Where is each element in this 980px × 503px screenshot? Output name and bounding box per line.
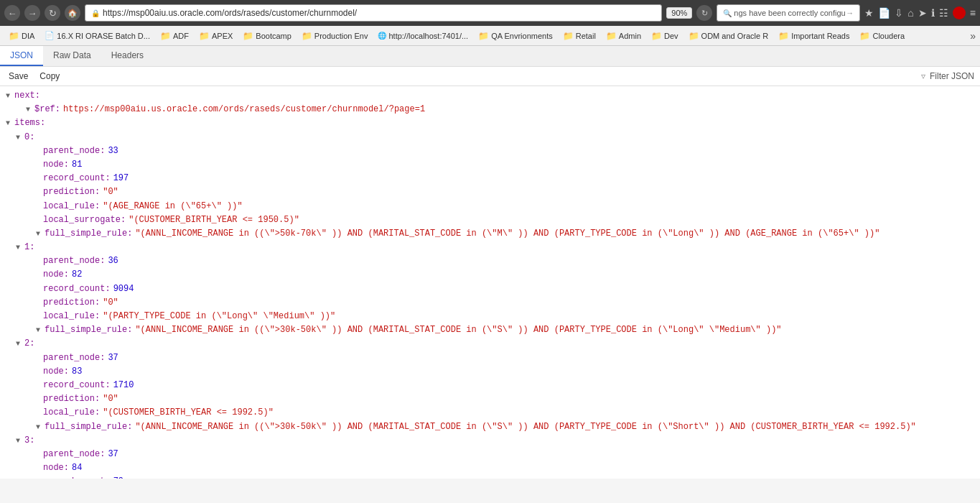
folder-icon-adf: 📁 <box>160 31 171 41</box>
item1-fullrule-val: "(ANNL_INCOME_RANGE in ((\">30k-50k\" ))… <box>135 323 781 337</box>
ref-line: ▼ $ref: https://msp00aiu.us.oracle.com/o… <box>6 103 974 116</box>
toggle-item2[interactable]: ▼ <box>16 341 23 348</box>
bookmark-reads[interactable]: 📁 Important Reads <box>774 29 854 42</box>
bookmark-cloudera[interactable]: 📁 Cloudera <box>855 29 909 42</box>
item-1-line: ▼ 1: <box>6 241 974 254</box>
back-button[interactable]: ← <box>4 5 20 21</box>
home-icon[interactable]: ⌂ <box>907 7 913 19</box>
folder-icon: 📁 <box>9 31 19 41</box>
item2-fullrule: ▼ full_simple_rule: "(ANNL_INCOME_RANGE … <box>6 420 974 434</box>
toggle-items[interactable]: ▼ <box>6 120 13 127</box>
item1-node-val: 82 <box>72 268 82 282</box>
ref-value: https://msp00aiu.us.oracle.com/ords/rase… <box>63 103 425 116</box>
next-line: ▼ next: <box>6 89 974 103</box>
bookmark-bootcamp[interactable]: 📁 Bootcamp <box>238 29 296 42</box>
toggle-item3[interactable]: ▼ <box>16 438 23 445</box>
bookmark-dia[interactable]: 📁 DIA <box>4 29 39 42</box>
folder-icon-reads: 📁 <box>778 31 789 41</box>
bookmark-odm[interactable]: 📁 ODM and Oracle R <box>684 29 773 42</box>
info-icon[interactable]: ℹ <box>931 7 935 19</box>
bookmark-admin[interactable]: 📁 Admin <box>602 29 645 42</box>
item1-prediction-val: "0" <box>103 296 118 310</box>
item0-localrule: local_rule: "(AGE_RANGE in (\"65+\" ))" <box>6 200 974 213</box>
bookmark-apex[interactable]: 📁 APEX <box>195 29 237 42</box>
item0-node-val: 81 <box>72 158 82 172</box>
item3-recordcount-val: 79 <box>113 475 123 479</box>
star-icon[interactable]: ★ <box>864 7 874 19</box>
folder-icon-boot: 📁 <box>243 31 253 41</box>
item1-fullrule: ▼ full_simple_rule: "(ANNL_INCOME_RANGE … <box>6 323 974 337</box>
item2-localrule-val: "(CUSTOMER_BIRTH_YEAR <= 1992.5)" <box>103 406 274 420</box>
item2-prediction-val: "0" <box>103 392 118 406</box>
grid-icon[interactable]: ☷ <box>939 7 948 19</box>
item0-recordcount: record_count: 197 <box>6 172 974 185</box>
item2-node: node: 83 <box>6 365 974 379</box>
home-button[interactable]: 🏠 <box>65 5 80 21</box>
toggle-next[interactable]: ▼ <box>6 93 13 100</box>
item1-localrule: local_rule: "(PARTY_TYPE_CODE in (\"Long… <box>6 310 974 323</box>
bookmarks-bar: 📁 DIA 📄 16.X RI ORASE Batch D... 📁 ADF 📁… <box>0 26 980 46</box>
search-bar[interactable]: 🔍 → <box>717 4 860 22</box>
toggle-item0[interactable]: ▼ <box>16 134 23 142</box>
folder-icon-apex: 📁 <box>199 31 210 41</box>
bookmark-qa[interactable]: 📁 QA Envrionments <box>474 29 557 42</box>
bookmark-retail[interactable]: 📁 Retail <box>559 29 600 42</box>
tab-rawdata[interactable]: Raw Data <box>43 46 101 66</box>
items-line: ▼ items: <box>6 116 974 130</box>
json-content[interactable]: ▼ next: ▼ $ref: https://msp00aiu.us.orac… <box>0 86 980 479</box>
item2-localrule: local_rule: "(CUSTOMER_BIRTH_YEAR <= 199… <box>6 406 974 420</box>
item3-node: node: 84 <box>6 461 974 475</box>
item0-localrule-val: "(AGE_RANGE in (\"65+\" ))" <box>103 200 242 213</box>
toggle-item0-fullrule[interactable]: ▼ <box>36 231 43 238</box>
folder-icon-prod: 📁 <box>302 31 312 41</box>
toggle-item2-fullrule[interactable]: ▼ <box>36 424 43 431</box>
filter-label: Filter JSON <box>930 71 974 81</box>
search-input[interactable] <box>734 9 846 17</box>
filter-area: ▿ Filter JSON <box>921 71 974 81</box>
address-bar[interactable]: 🔒 <box>85 4 662 22</box>
download-icon[interactable]: ⇩ <box>895 7 903 19</box>
forward-button[interactable]: → <box>24 5 40 21</box>
bookmark-orase[interactable]: 📄 16.X RI ORASE Batch D... <box>40 29 154 42</box>
reading-icon[interactable]: 📄 <box>878 7 890 19</box>
bookmark-prod[interactable]: 📁 Production Env <box>297 29 373 42</box>
item0-node: node: 81 <box>6 158 974 172</box>
folder-icon-cloudera: 📁 <box>859 31 870 41</box>
reload-button[interactable]: ↻ <box>45 5 60 21</box>
item1-localrule-val: "(PARTY_TYPE_CODE in (\"Long\" \"Medium\… <box>103 310 335 323</box>
item0-surrogate-val: "(CUSTOMER_BIRTH_YEAR <= 1950.5)" <box>129 213 299 227</box>
item0-fullrule: ▼ full_simple_rule: "(ANNL_INCOME_RANGE … <box>6 227 974 241</box>
reload-btn2[interactable]: ↻ <box>696 5 712 21</box>
menu-icon[interactable]: ≡ <box>970 7 976 19</box>
save-button[interactable]: Save <box>6 70 31 83</box>
address-input[interactable] <box>103 8 655 18</box>
web-icon: 🌐 <box>378 32 386 40</box>
action-bar: Save Copy ▿ Filter JSON <box>0 67 980 86</box>
item1-node: node: 82 <box>6 268 974 282</box>
item-0-line: ▼ 0: <box>6 131 974 144</box>
send-icon[interactable]: ➤ <box>918 7 927 19</box>
more-bookmarks[interactable]: » <box>970 30 976 42</box>
item0-prediction-val: "0" <box>103 185 118 199</box>
toggle-ref[interactable]: ▼ <box>26 106 33 114</box>
toggle-item1[interactable]: ▼ <box>16 244 23 251</box>
item1-parentnode-val: 36 <box>108 254 118 268</box>
item-3-line: ▼ 3: <box>6 434 974 448</box>
item2-fullrule-val: "(ANNL_INCOME_RANGE in ((\">30k-50k\" ))… <box>135 420 915 434</box>
copy-button[interactable]: Copy <box>37 70 62 83</box>
tab-json[interactable]: JSON <box>0 46 43 66</box>
bookmark-dev[interactable]: 📁 Dev <box>647 29 683 42</box>
item2-prediction: prediction: "0" <box>6 392 974 406</box>
toggle-item1-fullrule[interactable]: ▼ <box>36 327 43 334</box>
item2-recordcount-val: 1710 <box>113 379 134 392</box>
tab-headers[interactable]: Headers <box>101 46 154 66</box>
item2-recordcount: record_count: 1710 <box>6 379 974 392</box>
item3-parentnode: parent_node: 37 <box>6 448 974 461</box>
folder-icon-odm: 📁 <box>689 31 699 41</box>
bookmark-adf[interactable]: 📁 ADF <box>156 29 193 42</box>
item1-prediction: prediction: "0" <box>6 296 974 310</box>
bookmark-localhost[interactable]: 🌐 http://localhost:7401/... <box>373 30 472 42</box>
ext-icon: 📄 <box>45 31 55 40</box>
browser-toolbar: ← → ↻ 🏠 🔒 90% ↻ 🔍 → ★ 📄 ⇩ ⌂ ➤ ℹ ☷ ≡ <box>0 0 980 26</box>
avatar-icon[interactable] <box>953 6 966 19</box>
